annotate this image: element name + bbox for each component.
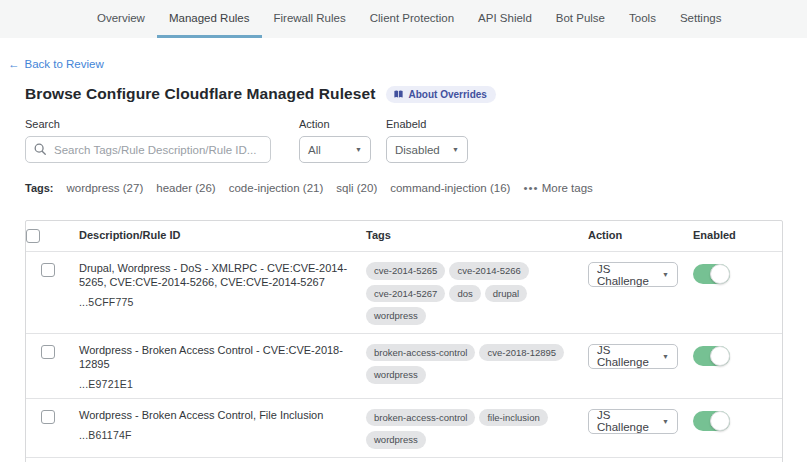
table-row: Wordpress - Broken Access Control - Upda… <box>26 458 782 462</box>
enabled-filter: Enabeld Disabled ▼ <box>386 118 468 163</box>
tag-pill: wordpress <box>366 307 426 325</box>
tag-pill: dos <box>449 285 480 303</box>
filters-row: Search Action All ▼ Enabeld <box>25 118 783 163</box>
tag-pill: broken-access-control <box>366 344 475 362</box>
managed-ruleset-page: OverviewManaged RulesFirewall RulesClien… <box>0 0 807 462</box>
chevron-down-icon: ▼ <box>662 418 669 425</box>
rule-action-select[interactable]: JS Challenge▼ <box>588 409 678 434</box>
tag-pill: cve-2014-5265 <box>366 262 445 280</box>
title-row: Browse Configure Cloudflare Managed Rule… <box>25 85 783 103</box>
action-select[interactable]: All ▼ <box>299 136 371 163</box>
chevron-down-icon: ▼ <box>662 353 669 360</box>
rule-action-value: JS Challenge <box>597 344 654 368</box>
rule-description: Wordpress - Broken Access Control - CVE:… <box>79 343 366 371</box>
more-tags-button[interactable]: ••• More tags <box>523 182 592 194</box>
action-label: Action <box>299 118 371 130</box>
row-checkbox[interactable] <box>41 263 55 277</box>
rule-id: ...E9721E1 <box>79 378 366 390</box>
table-row: Drupal, Wordpress - DoS - XMLRPC - CVE:C… <box>26 252 782 334</box>
tag-pill: cve-2014-5266 <box>449 262 528 280</box>
tag-pill: wordpress <box>366 366 426 384</box>
tag-filter-item[interactable]: command-injection (16) <box>390 182 510 194</box>
tags-bar-items: wordpress (27)header (26)code-injection … <box>67 182 511 194</box>
table-row: Wordpress - Broken Access Control, File … <box>26 399 782 458</box>
tags-bar: Tags: wordpress (27)header (26)code-inje… <box>25 182 783 194</box>
search-filter: Search <box>25 118 271 163</box>
rules-table: Description/Rule ID Tags Action Enabled … <box>25 220 783 462</box>
row-checkbox[interactable] <box>41 345 55 359</box>
enabled-select-value: Disabled <box>395 144 440 156</box>
tab-api-shield[interactable]: API Shield <box>466 0 544 38</box>
table-body: Drupal, Wordpress - DoS - XMLRPC - CVE:C… <box>26 252 782 462</box>
tab-tools[interactable]: Tools <box>617 0 668 38</box>
tab-client-protection[interactable]: Client Protection <box>358 0 466 38</box>
tag-pill: broken-access-control <box>366 409 475 427</box>
rule-action-value: JS Challenge <box>597 263 654 287</box>
main-content: Browse Configure Cloudflare Managed Rule… <box>0 85 807 462</box>
tag-filter-item[interactable]: header (26) <box>156 182 215 194</box>
page-title: Browse Configure Cloudflare Managed Rule… <box>25 85 376 103</box>
chevron-down-icon: ▼ <box>662 271 669 278</box>
about-overrides-badge[interactable]: About Overrides <box>386 86 496 103</box>
header-action: Action <box>588 221 693 249</box>
rule-description: Drupal, Wordpress - DoS - XMLRPC - CVE:C… <box>79 261 366 289</box>
select-all-checkbox[interactable] <box>26 229 40 243</box>
header-description: Description/Rule ID <box>79 221 366 249</box>
tab-managed-rules[interactable]: Managed Rules <box>157 0 262 38</box>
search-label: Search <box>25 118 271 130</box>
tag-filter-item[interactable]: code-injection (21) <box>229 182 324 194</box>
tab-settings[interactable]: Settings <box>668 0 734 38</box>
table-row: Wordpress - Broken Access Control - CVE:… <box>26 334 782 399</box>
tab-overview[interactable]: Overview <box>85 0 157 38</box>
action-filter: Action All ▼ <box>299 118 371 163</box>
search-icon <box>33 142 47 156</box>
tab-firewall-rules[interactable]: Firewall Rules <box>262 0 358 38</box>
rule-id: ...B61174F <box>79 429 366 441</box>
tag-pill: wordpress <box>366 431 426 449</box>
rule-description: Wordpress - Broken Access Control, File … <box>79 408 366 422</box>
enabled-label: Enabeld <box>386 118 468 130</box>
header-tags: Tags <box>366 221 588 249</box>
about-overrides-label: About Overrides <box>409 89 487 100</box>
more-tags-label: More tags <box>542 182 593 194</box>
rule-id: ...5CFF775 <box>79 296 366 308</box>
back-link[interactable]: ← Back to Review <box>8 58 104 70</box>
toggle-knob <box>710 346 730 366</box>
ellipsis-icon: ••• <box>523 182 538 194</box>
tab-bot-pulse[interactable]: Bot Pulse <box>544 0 617 38</box>
chevron-down-icon: ▼ <box>452 146 459 153</box>
tag-filter-item[interactable]: wordpress (27) <box>67 182 144 194</box>
enabled-select[interactable]: Disabled ▼ <box>386 136 468 163</box>
rule-action-select[interactable]: JS Challenge▼ <box>588 344 678 369</box>
arrow-left-icon: ← <box>8 58 20 70</box>
tag-filter-item[interactable]: sqli (20) <box>336 182 377 194</box>
rule-enabled-toggle[interactable] <box>693 411 730 431</box>
tag-pill: file-inclusion <box>479 409 547 427</box>
chevron-down-icon: ▼ <box>355 146 362 153</box>
rule-action-select[interactable]: JS Challenge▼ <box>588 262 678 287</box>
tag-pill: drupal <box>485 285 527 303</box>
back-link-label: Back to Review <box>25 58 104 70</box>
search-input[interactable] <box>25 136 271 163</box>
row-checkbox[interactable] <box>41 410 55 424</box>
rule-enabled-toggle[interactable] <box>693 264 730 284</box>
tag-pill: cve-2014-5267 <box>366 285 445 303</box>
tag-pill: cve-2018-12895 <box>479 344 564 362</box>
top-tab-bar: OverviewManaged RulesFirewall RulesClien… <box>0 0 807 38</box>
toggle-knob <box>710 411 730 431</box>
tab-group: OverviewManaged RulesFirewall RulesClien… <box>85 0 668 38</box>
rule-action-value: JS Challenge <box>597 409 654 433</box>
tags-bar-label: Tags: <box>25 182 54 194</box>
toggle-knob <box>710 264 730 284</box>
header-enabled: Enabled <box>693 221 782 249</box>
rule-enabled-toggle[interactable] <box>693 346 730 366</box>
book-icon <box>393 89 404 100</box>
action-select-value: All <box>308 144 321 156</box>
table-header-row: Description/Rule ID Tags Action Enabled <box>26 221 782 252</box>
